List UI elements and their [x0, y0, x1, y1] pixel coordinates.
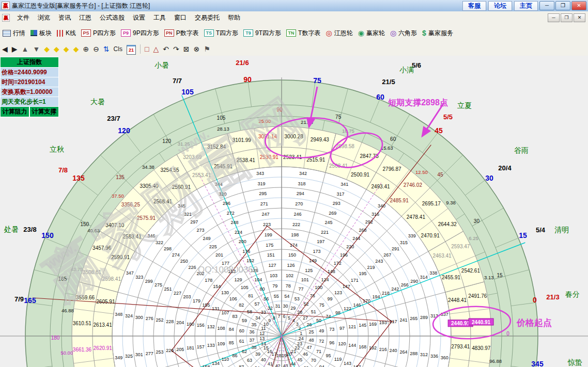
svg-text:105: 105	[181, 88, 194, 96]
svg-text:60: 60	[239, 328, 244, 333]
svg-text:2620.91: 2620.91	[94, 345, 113, 351]
svg-text:121: 121	[348, 324, 356, 329]
svg-text:270: 270	[295, 201, 303, 206]
svg-text:245: 245	[325, 220, 333, 225]
svg-text:155: 155	[203, 302, 210, 308]
svg-text:39: 39	[255, 352, 260, 357]
svg-text:323: 323	[135, 275, 143, 280]
svg-text:154: 154	[213, 284, 221, 289]
svg-text:252: 252	[156, 317, 164, 323]
svg-text:264: 264	[399, 349, 407, 355]
svg-text:86: 86	[232, 353, 237, 358]
svg-text:217: 217	[390, 319, 397, 324]
svg-text:63: 63	[247, 358, 252, 363]
svg-text:2485.91: 2485.91	[390, 198, 409, 203]
svg-text:2440.91: 2440.91	[472, 320, 491, 325]
svg-text:谷雨: 谷雨	[514, 146, 529, 154]
svg-text:59: 59	[242, 318, 247, 323]
svg-text:197: 197	[317, 239, 324, 244]
svg-text:336: 336	[430, 354, 438, 359]
svg-text:349: 349	[115, 355, 122, 360]
svg-text:144: 144	[348, 343, 356, 348]
svg-text:5/4: 5/4	[536, 226, 546, 234]
svg-text:293: 293	[333, 201, 341, 206]
svg-text:272: 272	[227, 211, 235, 216]
svg-text:50: 50	[316, 318, 321, 323]
svg-text:56: 56	[264, 296, 269, 301]
svg-text:21/6: 21/6	[236, 59, 249, 67]
svg-text:315: 315	[400, 240, 408, 245]
svg-text:2478.41: 2478.41	[407, 214, 426, 220]
svg-text:7/9: 7/9	[14, 295, 24, 303]
svg-text:105: 105	[217, 115, 226, 121]
svg-text:104: 104	[254, 277, 262, 282]
svg-text:131: 131	[212, 306, 220, 311]
svg-text:2463.41: 2463.41	[432, 253, 452, 259]
svg-text:99: 99	[328, 296, 333, 301]
svg-text:226: 226	[189, 265, 196, 270]
svg-text:225: 225	[209, 244, 217, 249]
svg-text:24: 24	[299, 336, 304, 341]
gann-wheel-chart-area[interactable]: 1234567891011121314151617181920212223242…	[0, 0, 588, 367]
svg-text:96: 96	[329, 340, 334, 345]
svg-text:269: 269	[329, 211, 336, 216]
svg-text:6: 6	[283, 314, 285, 319]
svg-text:125: 125	[305, 268, 313, 273]
svg-text:243: 243	[375, 259, 383, 264]
svg-text:1: 1	[300, 331, 302, 336]
panel-button-1[interactable]: 计算支撑	[29, 107, 59, 117]
svg-text:2605.91: 2605.91	[96, 299, 115, 305]
svg-text:318: 318	[298, 181, 305, 186]
svg-text:75: 75	[319, 302, 324, 308]
svg-text:295: 295	[259, 191, 267, 196]
svg-text:12.50: 12.50	[415, 169, 428, 175]
svg-text:135: 135	[116, 174, 125, 180]
svg-text:299: 299	[145, 279, 153, 284]
svg-text:300: 300	[135, 315, 143, 320]
svg-text:224: 224	[235, 230, 242, 235]
svg-text:199: 199	[265, 232, 272, 237]
svg-text:90: 90	[243, 75, 252, 84]
svg-text:203: 203	[183, 294, 191, 299]
svg-text:223: 223	[263, 222, 271, 227]
svg-text:30: 30	[485, 174, 493, 182]
svg-text:312: 312	[420, 352, 428, 357]
svg-text:20/4: 20/4	[498, 164, 512, 172]
svg-text:7: 7	[278, 314, 281, 319]
svg-text:26: 26	[307, 322, 312, 327]
svg-text:103: 103	[270, 273, 277, 278]
svg-text:338: 338	[429, 270, 437, 276]
svg-text:7/7: 7/7	[173, 77, 182, 85]
svg-text:220: 220	[346, 244, 354, 249]
panel-button-0[interactable]: 计算阻力	[0, 107, 29, 117]
svg-text:127: 127	[268, 263, 276, 268]
svg-text:194: 194	[372, 294, 380, 299]
svg-text:101: 101	[301, 277, 309, 282]
svg-text:33: 33	[261, 310, 266, 315]
svg-text:23/7: 23/7	[107, 115, 120, 122]
panel-title: 上证指数	[0, 57, 59, 68]
svg-text:319: 319	[258, 181, 266, 186]
svg-text:7/8: 7/8	[58, 166, 68, 174]
svg-text:176: 176	[242, 249, 250, 254]
svg-text:314: 314	[420, 275, 428, 280]
svg-text:79: 79	[272, 283, 277, 289]
svg-text:75: 75	[335, 114, 342, 120]
svg-text:271: 271	[260, 201, 268, 206]
svg-text:204: 204	[176, 320, 184, 325]
svg-text:195: 195	[359, 271, 367, 276]
svg-text:360: 360	[441, 355, 448, 360]
svg-text:106: 106	[229, 296, 237, 301]
svg-text:3.13: 3.13	[484, 275, 494, 280]
svg-text:265: 265	[410, 316, 417, 321]
svg-text:21/5: 21/5	[382, 78, 395, 86]
svg-text:48: 48	[308, 338, 314, 343]
svg-text:216: 216	[379, 347, 387, 352]
svg-text:45: 45	[297, 357, 302, 362]
svg-text:123: 123	[334, 290, 342, 295]
svg-text:107: 107	[221, 310, 229, 315]
svg-text:2491.76: 2491.76	[468, 293, 487, 299]
svg-text:2796.87: 2796.87	[383, 166, 402, 172]
svg-text:57: 57	[255, 301, 260, 307]
svg-text:15: 15	[497, 273, 503, 278]
